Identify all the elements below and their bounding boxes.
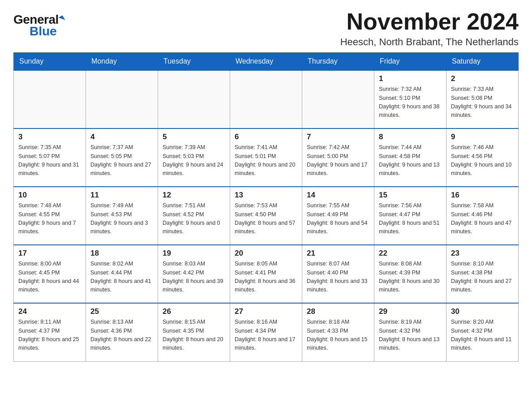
calendar-cell: 10Sunrise: 7:48 AM Sunset: 4:55 PM Dayli… [14,187,86,245]
calendar-cell: 29Sunrise: 8:19 AM Sunset: 4:32 PM Dayli… [374,303,446,361]
calendar-cell: 20Sunrise: 8:05 AM Sunset: 4:41 PM Dayli… [230,245,302,303]
day-number: 10 [18,191,81,200]
weekday-header-friday: Friday [374,53,446,71]
day-info: Sunrise: 8:20 AM Sunset: 4:32 PM Dayligh… [451,318,514,353]
day-number: 30 [451,307,514,316]
calendar-cell: 30Sunrise: 8:20 AM Sunset: 4:32 PM Dayli… [446,303,519,361]
day-info: Sunrise: 8:18 AM Sunset: 4:33 PM Dayligh… [307,318,369,353]
day-number: 11 [90,191,153,200]
day-info: Sunrise: 7:55 AM Sunset: 4:49 PM Dayligh… [307,201,369,236]
calendar-cell: 14Sunrise: 7:55 AM Sunset: 4:49 PM Dayli… [302,187,374,245]
weekday-header-row: SundayMondayTuesdayWednesdayThursdayFrid… [14,53,519,71]
day-number: 3 [18,133,81,141]
calendar-cell [302,70,374,128]
day-info: Sunrise: 7:46 AM Sunset: 4:56 PM Dayligh… [451,143,514,178]
calendar-cell: 16Sunrise: 7:58 AM Sunset: 4:46 PM Dayli… [446,187,519,245]
calendar-cell: 7Sunrise: 7:42 AM Sunset: 5:00 PM Daylig… [302,128,374,187]
day-number: 19 [163,249,225,258]
calendar-cell: 11Sunrise: 7:49 AM Sunset: 4:53 PM Dayli… [86,187,158,245]
day-info: Sunrise: 8:16 AM Sunset: 4:34 PM Dayligh… [235,318,297,353]
calendar-cell [158,70,230,128]
day-number: 5 [163,133,225,141]
day-info: Sunrise: 7:41 AM Sunset: 5:01 PM Dayligh… [235,143,297,178]
day-info: Sunrise: 8:19 AM Sunset: 4:32 PM Dayligh… [379,318,442,353]
calendar-cell: 13Sunrise: 7:53 AM Sunset: 4:50 PM Dayli… [230,187,302,245]
day-number: 1 [379,74,442,83]
day-number: 2 [451,74,514,83]
calendar-cell: 4Sunrise: 7:37 AM Sunset: 5:05 PM Daylig… [86,128,158,187]
calendar-cell: 18Sunrise: 8:02 AM Sunset: 4:44 PM Dayli… [86,245,158,303]
day-info: Sunrise: 8:07 AM Sunset: 4:40 PM Dayligh… [307,260,369,295]
day-number: 4 [90,133,153,141]
week-row-4: 17Sunrise: 8:00 AM Sunset: 4:45 PM Dayli… [14,245,519,303]
day-number: 16 [451,191,514,200]
day-info: Sunrise: 7:48 AM Sunset: 4:55 PM Dayligh… [18,201,81,236]
day-number: 18 [90,249,153,258]
day-info: Sunrise: 8:00 AM Sunset: 4:45 PM Dayligh… [18,260,81,295]
day-info: Sunrise: 7:37 AM Sunset: 5:05 PM Dayligh… [90,143,153,178]
day-info: Sunrise: 7:51 AM Sunset: 4:52 PM Dayligh… [163,201,225,236]
calendar-cell: 27Sunrise: 8:16 AM Sunset: 4:34 PM Dayli… [230,303,302,361]
calendar-table: SundayMondayTuesdayWednesdayThursdayFrid… [13,52,519,362]
weekday-header-monday: Monday [86,53,158,71]
calendar-cell: 1Sunrise: 7:32 AM Sunset: 5:10 PM Daylig… [374,70,446,128]
day-number: 8 [379,133,442,141]
calendar-cell: 9Sunrise: 7:46 AM Sunset: 4:56 PM Daylig… [446,128,519,187]
day-info: Sunrise: 7:49 AM Sunset: 4:53 PM Dayligh… [90,201,153,236]
day-info: Sunrise: 8:02 AM Sunset: 4:44 PM Dayligh… [90,260,153,295]
day-number: 20 [235,249,297,258]
day-info: Sunrise: 7:42 AM Sunset: 5:00 PM Dayligh… [307,143,369,178]
day-number: 26 [163,307,225,316]
calendar-cell [86,70,158,128]
day-number: 6 [235,133,297,141]
calendar-cell: 15Sunrise: 7:56 AM Sunset: 4:47 PM Dayli… [374,187,446,245]
day-info: Sunrise: 7:53 AM Sunset: 4:50 PM Dayligh… [235,201,297,236]
page-header: General Blue November 2024 Heesch, North… [13,9,519,48]
day-number: 13 [235,191,297,200]
weekday-header-wednesday: Wednesday [230,53,302,71]
calendar-cell: 21Sunrise: 8:07 AM Sunset: 4:40 PM Dayli… [302,245,374,303]
calendar-cell: 19Sunrise: 8:03 AM Sunset: 4:42 PM Dayli… [158,245,230,303]
weekday-header-tuesday: Tuesday [158,53,230,71]
calendar-cell: 28Sunrise: 8:18 AM Sunset: 4:33 PM Dayli… [302,303,374,361]
calendar-cell: 25Sunrise: 8:13 AM Sunset: 4:36 PM Dayli… [86,303,158,361]
title-area: November 2024 Heesch, North Brabant, The… [340,9,519,48]
day-number: 21 [307,249,369,258]
weekday-header-thursday: Thursday [302,53,374,71]
day-number: 17 [18,249,81,258]
day-info: Sunrise: 8:05 AM Sunset: 4:41 PM Dayligh… [235,260,297,295]
day-number: 7 [307,133,369,141]
calendar-cell: 8Sunrise: 7:44 AM Sunset: 4:58 PM Daylig… [374,128,446,187]
logo-blue-text: Blue [21,24,57,39]
calendar-cell: 17Sunrise: 8:00 AM Sunset: 4:45 PM Dayli… [14,245,86,303]
weekday-header-saturday: Saturday [446,53,519,71]
day-info: Sunrise: 8:13 AM Sunset: 4:36 PM Dayligh… [90,318,153,353]
calendar-cell: 3Sunrise: 7:35 AM Sunset: 5:07 PM Daylig… [14,128,86,187]
day-info: Sunrise: 8:08 AM Sunset: 4:39 PM Dayligh… [379,260,442,295]
location-title: Heesch, North Brabant, The Netherlands [340,36,519,48]
month-title: November 2024 [340,9,519,34]
calendar-cell: 2Sunrise: 7:33 AM Sunset: 5:08 PM Daylig… [446,70,519,128]
calendar-cell: 24Sunrise: 8:11 AM Sunset: 4:37 PM Dayli… [14,303,86,361]
day-number: 29 [379,307,442,316]
day-info: Sunrise: 8:11 AM Sunset: 4:37 PM Dayligh… [18,318,81,353]
day-info: Sunrise: 8:03 AM Sunset: 4:42 PM Dayligh… [163,260,225,295]
day-info: Sunrise: 8:15 AM Sunset: 4:35 PM Dayligh… [163,318,225,353]
calendar-cell: 26Sunrise: 8:15 AM Sunset: 4:35 PM Dayli… [158,303,230,361]
calendar-cell: 5Sunrise: 7:39 AM Sunset: 5:03 PM Daylig… [158,128,230,187]
calendar-cell [14,70,86,128]
calendar-cell: 22Sunrise: 8:08 AM Sunset: 4:39 PM Dayli… [374,245,446,303]
day-info: Sunrise: 7:58 AM Sunset: 4:46 PM Dayligh… [451,201,514,236]
day-info: Sunrise: 7:39 AM Sunset: 5:03 PM Dayligh… [163,143,225,178]
day-number: 9 [451,133,514,141]
week-row-1: 1Sunrise: 7:32 AM Sunset: 5:10 PM Daylig… [14,70,519,128]
day-number: 12 [163,191,225,200]
week-row-5: 24Sunrise: 8:11 AM Sunset: 4:37 PM Dayli… [14,303,519,361]
day-info: Sunrise: 7:35 AM Sunset: 5:07 PM Dayligh… [18,143,81,178]
week-row-2: 3Sunrise: 7:35 AM Sunset: 5:07 PM Daylig… [14,128,519,187]
day-info: Sunrise: 8:10 AM Sunset: 4:38 PM Dayligh… [451,260,514,295]
day-number: 14 [307,191,369,200]
logo-triangle-icon [58,15,65,22]
day-number: 25 [90,307,153,316]
day-number: 22 [379,249,442,258]
